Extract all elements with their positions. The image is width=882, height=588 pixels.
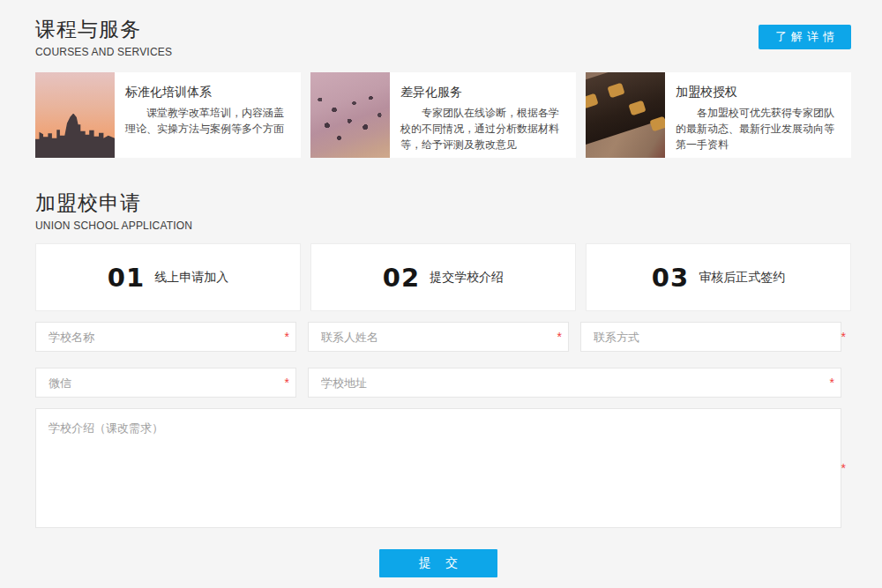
service-card-differentiated: 差异化服务 专家团队在线诊断，根据各学校的不同情况，通过分析数据材料等，给予评测…: [310, 72, 576, 158]
step-label: 审核后正式签约: [699, 270, 785, 286]
application-steps: 01 线上申请加入 02 提交学校介绍 03 审核后正式签约: [35, 243, 851, 311]
submit-row: 提 交: [35, 549, 841, 577]
application-section-header: 加盟校申请 UNION SCHOOL APPLICATION: [35, 190, 851, 232]
step-3-sign-contract: 03 审核后正式签约: [586, 243, 851, 311]
card-title: 加盟校授权: [676, 85, 841, 100]
film-band: [586, 72, 665, 148]
service-card-training: 标准化培训体系 课堂教学改革培训，内容涵盖理论、实操方法与案例等多个方面: [35, 72, 301, 158]
step-number: 02: [383, 263, 420, 293]
card-description: 课堂教学改革培训，内容涵盖理论、实操方法与案例等多个方面: [125, 105, 290, 137]
card-title: 标准化培训体系: [125, 85, 290, 100]
application-title: 加盟校申请: [35, 190, 851, 217]
school-name-input[interactable]: [35, 322, 296, 352]
wechat-input[interactable]: [35, 368, 296, 398]
card-description: 专家团队在线诊断，根据各学校的不同情况，通过分析数据材料等，给予评测及教改意见: [400, 105, 565, 153]
contact-phone-input[interactable]: [580, 322, 841, 352]
card-description: 各加盟校可优先获得专家团队的最新动态、最新行业发展动向等第一手资料: [676, 105, 841, 153]
desert-image: [310, 72, 390, 158]
step-2-submit-intro: 02 提交学校介绍: [310, 243, 576, 311]
application-form: * * * * * *: [35, 322, 841, 577]
step-1-apply-online: 01 线上申请加入: [35, 243, 301, 311]
courses-title: 课程与服务: [35, 16, 172, 43]
form-row-1: * * *: [35, 322, 841, 352]
step-label: 线上申请加入: [154, 270, 228, 286]
application-subtitle: UNION SCHOOL APPLICATION: [35, 220, 851, 232]
step-label: 提交学校介绍: [430, 270, 504, 286]
required-asterisk: *: [841, 331, 846, 343]
form-row-2: * *: [35, 368, 841, 398]
city-skyline-image: [35, 72, 115, 158]
service-card-authorization: 加盟校授权 各加盟校可优先获得专家团队的最新动态、最新行业发展动向等第一手资料: [586, 72, 851, 158]
courses-subtitle: COURSES AND SERVICES: [35, 46, 172, 58]
courses-heading-block: 课程与服务 COURSES AND SERVICES: [35, 16, 172, 58]
required-asterisk: *: [285, 331, 289, 343]
card-title: 差异化服务: [400, 85, 565, 100]
required-asterisk: *: [557, 331, 562, 343]
school-intro-textarea[interactable]: [35, 408, 841, 528]
film-strip-image: [586, 72, 665, 158]
service-cards: 标准化培训体系 课堂教学改革培训，内容涵盖理论、实操方法与案例等多个方面 差异化…: [35, 72, 851, 158]
required-asterisk: *: [285, 376, 289, 389]
step-number: 03: [652, 263, 689, 293]
required-asterisk: *: [841, 462, 846, 474]
step-number: 01: [108, 263, 145, 293]
contact-name-input[interactable]: [308, 322, 569, 352]
submit-button[interactable]: 提 交: [379, 549, 497, 577]
courses-section-header: 课程与服务 COURSES AND SERVICES 了解详情: [35, 0, 851, 58]
learn-more-button[interactable]: 了解详情: [759, 25, 851, 49]
required-asterisk: *: [830, 376, 834, 389]
skyline-silhouette: [35, 114, 115, 158]
page-content: 课程与服务 COURSES AND SERVICES 了解详情 标准化培训体系 …: [35, 0, 851, 577]
school-address-input[interactable]: [308, 368, 841, 398]
form-row-3: *: [35, 408, 841, 528]
